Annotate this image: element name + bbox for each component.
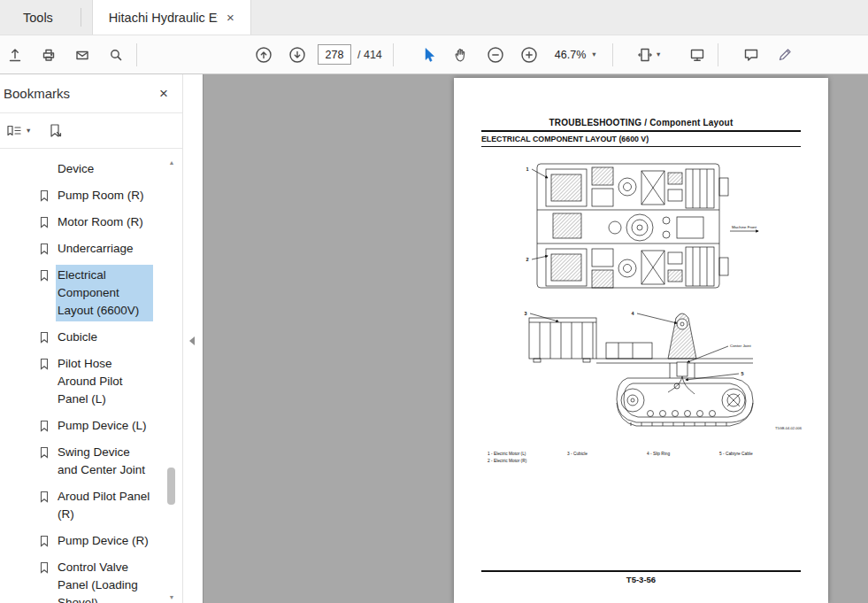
bookmark-item[interactable]: Control Valve Panel (Loading Shovel) — [0, 554, 182, 603]
share-button[interactable] — [2, 42, 28, 68]
bookmark-item[interactable]: Undercarriage — [0, 236, 182, 262]
hand-tool-button[interactable] — [449, 42, 475, 68]
comment-bubble-icon — [742, 46, 760, 64]
toolbar-separator — [393, 43, 394, 66]
select-tool-button[interactable] — [415, 42, 442, 68]
scroll-up-icon[interactable]: ▲ — [169, 158, 175, 168]
search-button[interactable] — [103, 42, 129, 68]
legend-item: 5 - Cabtyre Cable — [719, 452, 753, 456]
legend-item: 2 - Electric Motor (R) — [488, 459, 527, 463]
sidebar-scrollbar[interactable]: ▲ ▼ — [165, 158, 178, 603]
side-view-diagram — [529, 313, 753, 426]
hand-icon — [453, 46, 471, 64]
panel-gutter — [183, 74, 203, 603]
pdf-page: TROUBLESHOOTING / Component Layout ELECT… — [454, 78, 828, 603]
go-to-current-bookmark-button[interactable] — [46, 123, 64, 139]
bookmark-item[interactable]: Cubicle — [0, 324, 182, 351]
scrollbar-thumb[interactable] — [167, 468, 175, 505]
machine-front-label: Machine Front — [732, 225, 757, 229]
scrollbar-track[interactable] — [165, 168, 178, 592]
callout-3: 3 — [524, 311, 526, 316]
select-cursor-icon — [419, 46, 437, 64]
zoom-level-dropdown[interactable]: 46.7% ▾ — [549, 46, 602, 64]
figure-code: T5GB-04-02-006 — [775, 426, 803, 430]
bookmark-label: Electrical Component Layout (6600V) — [58, 267, 151, 320]
bookmark-icon — [39, 420, 50, 432]
bookmark-icon — [39, 269, 50, 282]
previous-page-button[interactable] — [250, 42, 277, 68]
bookmark-icon — [39, 358, 50, 370]
bookmark-label: Pump Device (L) — [58, 417, 151, 435]
bookmark-item[interactable]: Pump Room (R) — [0, 182, 182, 209]
highlight-button[interactable] — [772, 42, 798, 68]
share-icon — [6, 46, 24, 64]
tab-document-label: Hitachi Hydraulic Ex... — [109, 11, 218, 25]
zoom-in-icon — [520, 46, 538, 64]
zoom-out-button[interactable] — [482, 42, 509, 68]
bookmarks-panel-title: Bookmarks — [4, 86, 70, 101]
close-panel-icon[interactable]: × — [159, 85, 168, 103]
acrobat-window: Tools Hitachi Hydraulic Ex... × / 414 — [0, 0, 868, 603]
bookmark-options-button[interactable]: ▾ — [5, 124, 30, 138]
bookmark-item[interactable]: Motor Room (R) — [0, 209, 182, 236]
bookmark-item[interactable]: Device — [0, 156, 182, 182]
bookmark-list: Device Pump Room (R) Motor Room (R) Unde… — [0, 149, 182, 603]
legend-item: 4 - Slip Ring — [647, 452, 670, 456]
bookmark-label: Pilot Hose Around Pilot Panel (L) — [58, 355, 151, 408]
toolbar-separator — [718, 43, 718, 66]
bookmark-item[interactable]: Pump Device (R) — [0, 528, 182, 554]
bookmark-item[interactable]: Aroud Pilot Panel (R) — [0, 483, 182, 528]
bookmark-icon — [39, 331, 50, 344]
chevron-down-icon: ▾ — [27, 127, 30, 135]
bookmark-label: Aroud Pilot Panel (R) — [58, 488, 151, 523]
reading-mode-button[interactable] — [684, 42, 711, 68]
legend-item: 3 - Cubicle — [567, 452, 588, 456]
document-canvas[interactable]: TROUBLESHOOTING / Component Layout ELECT… — [203, 74, 868, 603]
bookmark-label: Undercarriage — [58, 240, 151, 258]
bookmark-label: Swing Device and Center Joint — [58, 444, 151, 479]
bookmark-icon — [39, 491, 50, 503]
bookmark-item[interactable]: Pump Device (L) — [0, 413, 182, 439]
page-header: TROUBLESHOOTING / Component Layout — [454, 118, 828, 128]
bookmark-label: Cubicle — [58, 329, 151, 346]
fit-width-icon — [636, 46, 654, 64]
bookmark-icon — [39, 216, 50, 228]
bookmark-label: Device — [58, 160, 151, 178]
component-layout-diagram: 1 2 Machine Front — [454, 153, 828, 472]
close-tab-icon[interactable]: × — [227, 10, 234, 25]
bookmark-icon — [39, 561, 50, 574]
tab-tools-label: Tools — [23, 11, 53, 25]
zoom-out-icon — [487, 46, 504, 64]
diagram-legend: 1 - Electric Motor (L) 2 - Electric Moto… — [488, 452, 753, 463]
bookmark-item[interactable]: Swing Device and Center Joint — [0, 439, 182, 483]
toolbar: / 414 46.7% ▾ ▾ — [0, 35, 868, 74]
callout-2: 2 — [526, 257, 528, 262]
bookmark-item[interactable]: Pilot Hose Around Pilot Panel (L) — [0, 351, 182, 413]
legend-item: 1 - Electric Motor (L) — [488, 452, 526, 456]
fit-width-dropdown[interactable]: ▾ — [629, 42, 668, 68]
print-button[interactable] — [35, 42, 62, 68]
chevron-down-icon: ▾ — [657, 50, 660, 58]
locate-bookmark-icon — [46, 123, 64, 139]
page-number-footer: T5-3-56 — [454, 575, 828, 584]
tab-tools[interactable]: Tools — [7, 0, 69, 35]
email-button[interactable] — [69, 42, 96, 68]
top-view-diagram — [532, 164, 758, 288]
collapse-panel-arrow[interactable] — [189, 336, 195, 345]
zoom-in-button[interactable] — [516, 42, 542, 68]
toolbar-separator — [136, 43, 137, 66]
bookmark-item-selected[interactable]: Electrical Component Layout (6600V) — [0, 262, 182, 324]
next-page-button[interactable] — [284, 42, 311, 68]
bookmark-label: Motor Room (R) — [58, 213, 151, 231]
page-up-icon — [255, 46, 273, 64]
page-down-icon — [288, 46, 306, 64]
bookmarks-panel-header: Bookmarks × — [0, 74, 182, 113]
title-rule — [481, 146, 801, 147]
page-number-input[interactable] — [318, 44, 351, 65]
comment-button[interactable] — [738, 42, 764, 68]
tab-document[interactable]: Hitachi Hydraulic Ex... × — [92, 0, 251, 35]
scroll-down-icon[interactable]: ▼ — [169, 592, 175, 603]
bookmark-icon — [39, 243, 50, 255]
presentation-screen-icon — [688, 46, 706, 64]
callout-4: 4 — [631, 311, 634, 316]
